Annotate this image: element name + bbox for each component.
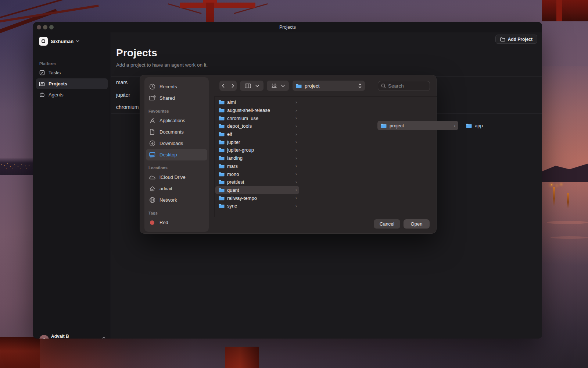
clock-icon bbox=[148, 83, 156, 91]
file-row-selected[interactable]: project › bbox=[377, 121, 458, 130]
app-sidebar: Sixhuman Platform Tasks Projects bbox=[33, 32, 111, 339]
sidebar-item-tasks[interactable]: Tasks bbox=[36, 67, 108, 78]
bridge-structure bbox=[542, 0, 588, 21]
workspace-name: Sixhuman bbox=[51, 39, 74, 44]
chevron-down-icon bbox=[255, 85, 259, 87]
bridge-structure bbox=[556, 0, 562, 21]
folder-icon bbox=[381, 123, 387, 128]
user-menu[interactable]: A Advait B advait@sixhuman.com bbox=[33, 333, 111, 339]
column-divider bbox=[388, 97, 388, 217]
sidebar-item-tag-red[interactable]: Red bbox=[146, 217, 207, 228]
sidebar-item-desktop[interactable]: Desktop bbox=[146, 149, 207, 160]
chevron-right-icon: › bbox=[454, 123, 455, 128]
shared-folder-icon bbox=[148, 95, 156, 102]
forward-button[interactable] bbox=[232, 84, 234, 88]
file-name: quant bbox=[227, 187, 239, 193]
chevron-up-down-icon bbox=[358, 83, 362, 88]
file-name: elf bbox=[227, 131, 232, 137]
back-button[interactable] bbox=[222, 84, 225, 88]
file-row[interactable]: jupiter› bbox=[215, 138, 299, 146]
sidebar-item-label: Applications bbox=[159, 118, 185, 123]
view-mode-button[interactable] bbox=[240, 81, 263, 91]
chevron-right-icon: › bbox=[295, 139, 297, 145]
city-skyline bbox=[0, 158, 34, 175]
file-row[interactable]: elf› bbox=[215, 130, 299, 138]
sidebar-item-agents[interactable]: Agents bbox=[36, 89, 108, 100]
file-name: jupiter bbox=[227, 139, 240, 145]
file-name: railway-tempo bbox=[227, 195, 257, 201]
chevron-right-icon: › bbox=[295, 148, 297, 153]
bridge-lights bbox=[553, 187, 555, 206]
file-row[interactable]: chromium_use› bbox=[215, 114, 299, 122]
locations-section-label: Locations bbox=[148, 166, 209, 171]
sidebar-item-applications[interactable]: Applications bbox=[146, 115, 207, 126]
file-row[interactable]: august-shell-release› bbox=[215, 106, 299, 114]
user-name: Advait B bbox=[51, 334, 69, 339]
sidebar-item-label: advait bbox=[159, 186, 172, 191]
file-row[interactable]: landing› bbox=[215, 154, 299, 162]
group-by-button[interactable] bbox=[267, 81, 289, 91]
file-row-highlighted[interactable]: quant› bbox=[215, 186, 299, 194]
sidebar-item-documents[interactable]: Documents bbox=[146, 126, 207, 138]
sidebar-item-recents[interactable]: Recents bbox=[146, 81, 207, 92]
sidebar-item-icloud-drive[interactable]: iCloud Drive bbox=[146, 171, 207, 183]
file-row[interactable]: depot_tools› bbox=[215, 122, 299, 130]
bridge-deck-glow bbox=[40, 339, 194, 368]
bridge-lights bbox=[551, 184, 552, 185]
chevron-right-icon: › bbox=[295, 180, 297, 185]
sidebar-item-downloads[interactable]: Downloads bbox=[146, 138, 207, 149]
chevron-up-down-icon bbox=[102, 336, 105, 339]
folder-icon bbox=[219, 132, 225, 137]
file-name: sync bbox=[227, 203, 237, 209]
bridge-deck bbox=[0, 337, 40, 368]
file-row[interactable]: app bbox=[466, 121, 483, 130]
chevron-right-icon: › bbox=[295, 108, 297, 113]
chevron-right-icon: › bbox=[295, 156, 297, 161]
group-by-icon bbox=[271, 83, 277, 88]
sidebar-item-label: Tasks bbox=[49, 70, 61, 75]
sidebar-item-label: iCloud Drive bbox=[159, 174, 186, 180]
file-row[interactable]: railway-tempo› bbox=[215, 194, 299, 202]
file-row[interactable]: jupiter-group› bbox=[215, 146, 299, 154]
file-row[interactable]: mono› bbox=[215, 170, 299, 178]
agents-robot-icon bbox=[39, 92, 45, 98]
chevron-down-icon bbox=[281, 85, 285, 87]
file-name: depot_tools bbox=[227, 123, 252, 129]
file-row[interactable]: aiml› bbox=[215, 98, 299, 106]
chevron-right-icon: › bbox=[295, 100, 297, 105]
sidebar-item-home-advait[interactable]: advait bbox=[146, 183, 207, 194]
sidebar-item-label: Red bbox=[159, 220, 168, 225]
cancel-button[interactable]: Cancel bbox=[374, 219, 400, 229]
sidebar-item-label: Projects bbox=[49, 81, 67, 86]
divider bbox=[228, 83, 228, 88]
sidebar-item-label: Recents bbox=[159, 84, 177, 89]
file-name: aiml bbox=[227, 99, 236, 105]
path-dropdown[interactable]: project bbox=[293, 81, 365, 91]
open-button[interactable]: Open bbox=[404, 219, 430, 229]
folder-icon bbox=[219, 164, 225, 169]
file-row[interactable]: sync› bbox=[215, 202, 299, 210]
chevron-right-icon: › bbox=[295, 187, 297, 192]
file-row[interactable]: prettiest› bbox=[215, 178, 299, 186]
file-row[interactable]: mars› bbox=[215, 162, 299, 170]
sidebar-item-projects[interactable]: Projects bbox=[36, 78, 108, 89]
search-field[interactable] bbox=[378, 81, 430, 91]
dialog-sidebar: Recents Shared Favourites Applications D bbox=[144, 77, 209, 232]
chevron-right-icon: › bbox=[295, 163, 297, 169]
folder-add-icon bbox=[500, 37, 505, 42]
chevron-right-icon: › bbox=[295, 204, 297, 209]
column-divider bbox=[300, 97, 300, 217]
sidebar-item-label: Downloads bbox=[159, 141, 183, 146]
sidebar-item-shared[interactable]: Shared bbox=[146, 92, 207, 104]
search-input[interactable] bbox=[388, 83, 427, 89]
red-tag-icon bbox=[148, 219, 156, 226]
chevron-right-icon: › bbox=[295, 116, 297, 121]
sidebar-item-network[interactable]: Network bbox=[146, 194, 207, 206]
projects-folder-icon bbox=[39, 81, 45, 87]
workspace-logo bbox=[39, 37, 48, 46]
add-project-button[interactable]: Add Project bbox=[495, 35, 537, 44]
chevron-right-icon: › bbox=[295, 132, 297, 137]
folder-icon bbox=[219, 100, 225, 105]
workspace-switcher[interactable]: Sixhuman bbox=[33, 35, 111, 49]
file-name: landing bbox=[227, 155, 243, 161]
